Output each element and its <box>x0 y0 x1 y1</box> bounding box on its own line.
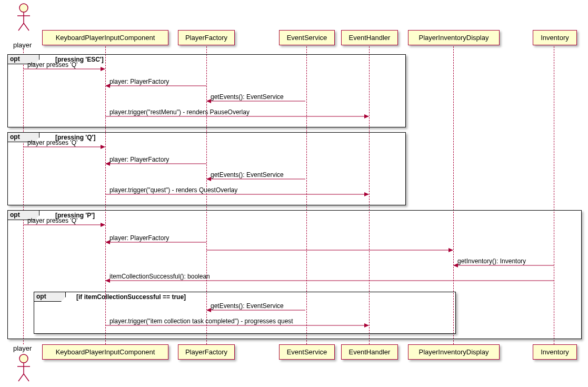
svg-marker-17 <box>364 114 369 118</box>
message-text: player: PlayerFactory <box>109 234 169 242</box>
message-text: itemCollectionSuccessful(): boolean <box>109 273 210 280</box>
svg-marker-39 <box>364 323 369 328</box>
svg-marker-25 <box>364 192 369 196</box>
message-text: player presses 'Q' <box>27 61 77 68</box>
svg-marker-19 <box>101 145 105 149</box>
svg-marker-31 <box>449 248 453 252</box>
message-text: getInventory(): Inventory <box>457 257 526 265</box>
message-text: getEvents(): EventService <box>211 302 284 310</box>
svg-marker-11 <box>101 67 105 71</box>
message-text: player.trigger("restMenu") - renders Pau… <box>109 108 250 116</box>
message-text: getEvents(): EventService <box>211 171 284 178</box>
message-text: player.trigger("quest") - renders QuestO… <box>109 186 237 194</box>
message-text: player: PlayerFactory <box>109 156 169 163</box>
message-text: getEvents(): EventService <box>211 93 284 101</box>
arrows-layer <box>0 0 588 387</box>
message-text: player presses 'Q' <box>27 217 77 224</box>
svg-marker-27 <box>101 223 105 227</box>
message-text: player.trigger("item collection task com… <box>109 317 293 325</box>
message-text: player presses 'Q' <box>27 139 77 146</box>
message-text: player: PlayerFactory <box>109 78 169 85</box>
